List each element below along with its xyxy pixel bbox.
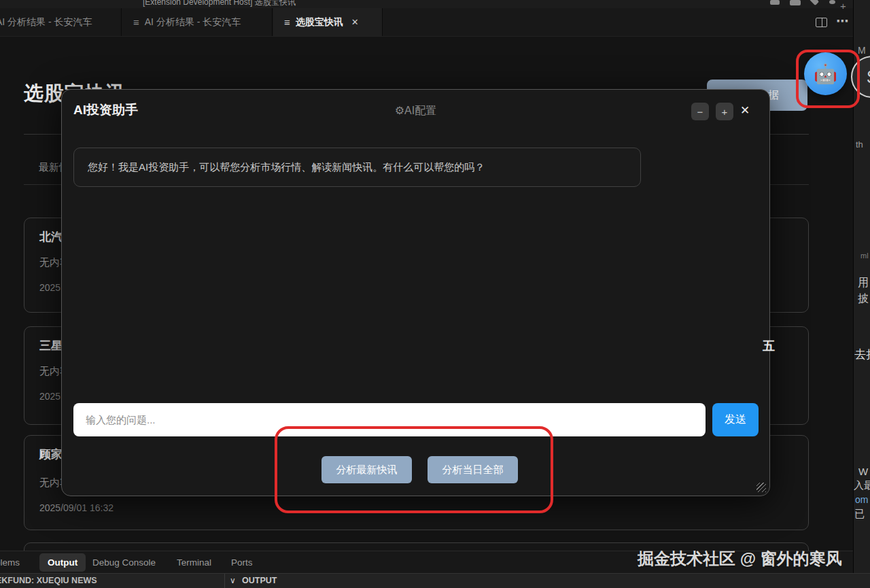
tab-ai-analysis-1[interactable]: AI 分析结果 - 长安汽车	[0, 8, 122, 36]
panel-tab-problems[interactable]: Problems	[0, 551, 20, 574]
background-text-fragment: 入最	[854, 479, 870, 492]
divider	[224, 574, 225, 588]
background-text-fragment: om	[855, 494, 868, 505]
output-section-label[interactable]: OUTPUT	[242, 576, 277, 585]
ai-config-button[interactable]: ⚙AI配置	[62, 104, 769, 118]
zoom-out-button[interactable]: −	[691, 103, 709, 120]
panel-tab-output[interactable]: Output	[39, 553, 86, 572]
chevron-down-icon[interactable]: ∨	[230, 576, 236, 585]
screen: [Extension Development Host] 选股宝快讯 + AI …	[0, 0, 870, 588]
send-button[interactable]: 发送	[712, 403, 759, 436]
list-icon: ≡	[133, 16, 139, 28]
panel-tab-ports[interactable]: Ports	[231, 551, 253, 574]
news-card-title: 北汽	[39, 229, 63, 245]
close-tab-icon[interactable]: ✕	[351, 17, 359, 27]
tab-ai-analysis-2[interactable]: ≡ AI 分析结果 - 长安汽车	[122, 8, 273, 36]
zoom-in-button[interactable]: +	[716, 103, 733, 120]
tab-label: AI 分析结果 - 长安汽车	[145, 16, 241, 29]
list-icon: ≡	[284, 16, 290, 28]
watermark: 掘金技术社区 @ 窗外的寒风	[638, 548, 842, 570]
notification-icon[interactable]	[829, 0, 835, 4]
news-card-title: 顾家	[39, 447, 63, 462]
editor-tab-bar: AI 分析结果 - 长安汽车 ≡ AI 分析结果 - 长安汽车 ≡ 选股宝快讯 …	[0, 8, 853, 37]
split-editor-icon[interactable]	[816, 18, 827, 27]
background-text-fragment: 去挂	[854, 347, 870, 362]
output-channel-label: EKFUND: XUEQIU NEWS	[0, 576, 97, 585]
background-text-fragment: 披	[858, 292, 869, 306]
panel-tab-debug-console[interactable]: Debug Console	[92, 551, 156, 574]
news-card-date: 2025	[39, 282, 60, 293]
tab-label: AI 分析结果 - 长安汽车	[0, 16, 92, 29]
news-card-title: 三星	[39, 338, 63, 353]
background-text-fragment: 用	[858, 276, 869, 290]
news-card-date: 2025/09/01 16:32	[39, 502, 114, 513]
tab-label: 选股宝快讯	[296, 16, 343, 29]
assistant-message-bubble: 您好！我是AI投资助手，可以帮您分析市场行情、解读新闻快讯。有什么可以帮您的吗？	[73, 148, 641, 187]
background-text-fragment: 已	[854, 508, 865, 521]
panel-tab-terminal[interactable]: Terminal	[177, 551, 211, 574]
background-text-fragment: W	[858, 466, 868, 477]
panel-status-row: EKFUND: XUEQIU NEWS ∨ OUTPUT	[0, 573, 870, 588]
window-title-bar: [Extension Development Host] 选股宝快讯	[0, 0, 853, 8]
more-actions-icon[interactable]: ⋯	[836, 14, 848, 29]
layout-sidebar-icon[interactable]	[790, 0, 801, 5]
background-text-fragment: 五	[763, 338, 775, 354]
ai-config-label: AI配置	[404, 105, 436, 116]
tab-xuangubao-news[interactable]: ≡ 选股宝快讯 ✕	[273, 8, 383, 36]
new-tab-plus-icon[interactable]: +	[840, 0, 846, 12]
background-text-fragment: th	[856, 139, 863, 150]
resize-handle[interactable]	[756, 483, 766, 492]
news-card-date: 2025	[39, 391, 60, 402]
dollar-icon: $	[867, 67, 870, 88]
annotation-box-robot	[796, 50, 860, 108]
diamond-icon	[810, 0, 819, 5]
window-title: [Extension Development Host] 选股宝快讯	[143, 0, 296, 8]
close-icon[interactable]: ✕	[740, 103, 750, 118]
layout-panel-icon[interactable]	[770, 0, 780, 5]
gear-icon: ⚙	[395, 105, 404, 116]
background-text-fragment: ml	[860, 252, 869, 260]
background-text-fragment: M	[858, 45, 866, 56]
annotation-box-quick-actions	[275, 426, 553, 513]
